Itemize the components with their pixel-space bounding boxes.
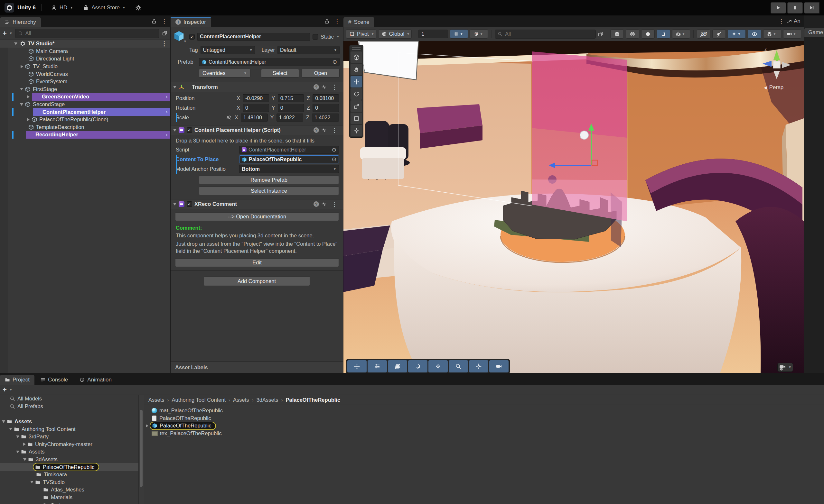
- asset-labels-bar[interactable]: Asset Labels: [171, 361, 343, 373]
- anchor-dropdown[interactable]: Bottom ▼: [239, 165, 339, 173]
- collapse-icon[interactable]: [173, 86, 176, 89]
- scene-camera-button[interactable]: ▼: [783, 29, 801, 38]
- collapse-icon[interactable]: [14, 42, 17, 45]
- scale-z-field[interactable]: 1.4022: [312, 114, 339, 122]
- asset-store-menu[interactable]: Asset Store ▼: [80, 4, 129, 11]
- scrollbar-thumb[interactable]: [140, 410, 142, 487]
- name-field[interactable]: ContentPlacementHelper: [197, 33, 310, 41]
- project-tree-scrollbar[interactable]: [138, 395, 144, 504]
- expand-icon[interactable]: [146, 424, 148, 427]
- add-component-button[interactable]: Add Component: [204, 276, 310, 286]
- open-button[interactable]: Open: [302, 69, 339, 78]
- overlay-zoom-button[interactable]: [449, 360, 468, 372]
- hierarchy-item[interactable]: WorldCanvas: [0, 70, 170, 78]
- settings-button[interactable]: [132, 4, 145, 11]
- asset-item-file[interactable]: PalaceOfTheRepublic: [144, 414, 824, 422]
- breadcrumb-item-current[interactable]: PalaceOfTheRepublic: [286, 397, 340, 403]
- component-enabled-checkbox[interactable]: ✓: [187, 127, 192, 133]
- placement-script-header[interactable]: ✓ Content Placement Helper (Script) ? ⋮: [171, 125, 343, 135]
- tab-scene[interactable]: # Scene: [343, 17, 374, 27]
- help-icon[interactable]: ?: [313, 127, 319, 133]
- breadcrumb-item[interactable]: Assets: [148, 397, 165, 403]
- step-button[interactable]: [804, 2, 820, 13]
- asset-item-material[interactable]: mat_PalaceOfTheRepublic: [144, 407, 824, 414]
- static-caret-icon[interactable]: ▼: [336, 35, 339, 38]
- tree-item[interactable]: Assets: [0, 448, 138, 456]
- tree-item[interactable]: 3rdParty: [0, 433, 138, 440]
- panel-menu-icon[interactable]: ⋮: [331, 18, 343, 24]
- tree-item[interactable]: UnityChromakey-master: [0, 440, 138, 449]
- create-caret-icon[interactable]: ▼: [9, 32, 13, 35]
- overlay-camera-button[interactable]: [489, 360, 509, 372]
- presets-icon[interactable]: [321, 201, 327, 207]
- scene-search-input[interactable]: [504, 31, 593, 37]
- tag-dropdown[interactable]: Untagged▼: [201, 46, 255, 54]
- effects-toggle[interactable]: ▼: [728, 29, 746, 38]
- overlay-gizmo-button[interactable]: [469, 360, 488, 372]
- pan-tool-button[interactable]: [350, 64, 362, 75]
- unlock-icon[interactable]: [151, 19, 157, 24]
- help-icon[interactable]: ?: [313, 201, 319, 207]
- tree-item[interactable]: Materials: [0, 494, 138, 501]
- section-menu-icon[interactable]: ⋮: [329, 84, 340, 90]
- link-broken-icon[interactable]: [226, 115, 231, 120]
- tab-hierarchy[interactable]: Hierarchy: [0, 17, 41, 27]
- hierarchy-search[interactable]: [15, 29, 159, 38]
- select-button[interactable]: Select: [261, 69, 299, 78]
- tree-item[interactable]: TVStudio: [0, 479, 138, 486]
- asset-item-texture[interactable]: tex_PalaceOfTheRepublic: [144, 430, 824, 437]
- pivot-toggle[interactable]: Pivot▼: [346, 29, 376, 38]
- object-picker-icon[interactable]: ⊙: [330, 156, 336, 163]
- collapse-icon[interactable]: [16, 435, 19, 438]
- hidden-objects-toggle[interactable]: [748, 29, 761, 38]
- hierarchy-item[interactable]: EventSystem: [0, 78, 170, 86]
- help-icon[interactable]: ?: [313, 84, 319, 90]
- lighting-toggle[interactable]: [657, 29, 670, 38]
- rect-tool-button[interactable]: [350, 113, 362, 124]
- hierarchy-item[interactable]: FirstStage: [0, 86, 170, 93]
- collapse-icon[interactable]: [173, 203, 176, 206]
- position-z-field[interactable]: 0.08100: [313, 94, 339, 102]
- object-picker-icon[interactable]: ⊙: [330, 146, 336, 153]
- hierarchy-item-selected[interactable]: ContentPlacementHelper ›: [0, 108, 170, 116]
- play-button[interactable]: [770, 2, 786, 13]
- orientation-toggle[interactable]: Global▼: [378, 29, 412, 38]
- hierarchy-item-scene[interactable]: TV Studio* ⋮: [0, 40, 170, 47]
- hierarchy-item[interactable]: TV_Studio: [0, 63, 170, 71]
- breadcrumb-item[interactable]: Assets: [233, 397, 249, 403]
- hierarchy-item[interactable]: Directional Light: [0, 55, 170, 63]
- panel-menu-icon[interactable]: ⋮: [776, 18, 787, 24]
- grid-snap-button[interactable]: ▼: [450, 29, 468, 38]
- scene-menu-icon[interactable]: ⋮: [159, 40, 170, 47]
- collapse-icon[interactable]: [2, 420, 5, 423]
- tab-project[interactable]: Project: [0, 375, 34, 385]
- prefab-chevron-icon[interactable]: ›: [166, 132, 168, 138]
- unlock-icon[interactable]: [324, 19, 330, 24]
- scene-viewport[interactable]: z ◀ Persp: [343, 41, 804, 373]
- overrides-dropdown[interactable]: Overrides▼: [199, 69, 250, 78]
- expand-icon[interactable]: [23, 443, 26, 446]
- rotation-x-field[interactable]: 0: [243, 104, 269, 112]
- grid-size-field[interactable]: 1: [418, 30, 448, 38]
- rotation-z-field[interactable]: 0: [313, 104, 339, 112]
- prefab-chevron-icon[interactable]: ›: [166, 109, 168, 115]
- create-asset-button[interactable]: +: [3, 386, 7, 393]
- overlay-move-button[interactable]: [347, 360, 367, 372]
- move-tool-button[interactable]: [350, 76, 362, 88]
- hierarchy-item[interactable]: SecondStage: [0, 101, 170, 108]
- pick-window-icon[interactable]: [598, 31, 604, 37]
- collapse-icon[interactable]: [20, 103, 23, 106]
- collapse-icon[interactable]: [173, 129, 176, 132]
- transform-header[interactable]: Transform ? ⋮: [171, 82, 343, 92]
- presets-icon[interactable]: [321, 127, 327, 133]
- script-field[interactable]: ContentPlacementHelper ⊙: [239, 146, 339, 154]
- 2d-toggle[interactable]: 2D: [697, 29, 710, 38]
- scale-y-field[interactable]: 1.4022: [277, 114, 304, 122]
- presets-icon[interactable]: [321, 84, 327, 90]
- overlay-probes-button[interactable]: [428, 360, 448, 372]
- scale-x-field[interactable]: 1.48100: [241, 114, 268, 122]
- tab-game[interactable]: Game: [804, 28, 824, 37]
- active-checkbox[interactable]: ✓: [189, 34, 195, 39]
- view-tool-button[interactable]: [350, 51, 362, 63]
- xreco-header[interactable]: ✓ XReco Comment ? ⋮: [171, 199, 343, 209]
